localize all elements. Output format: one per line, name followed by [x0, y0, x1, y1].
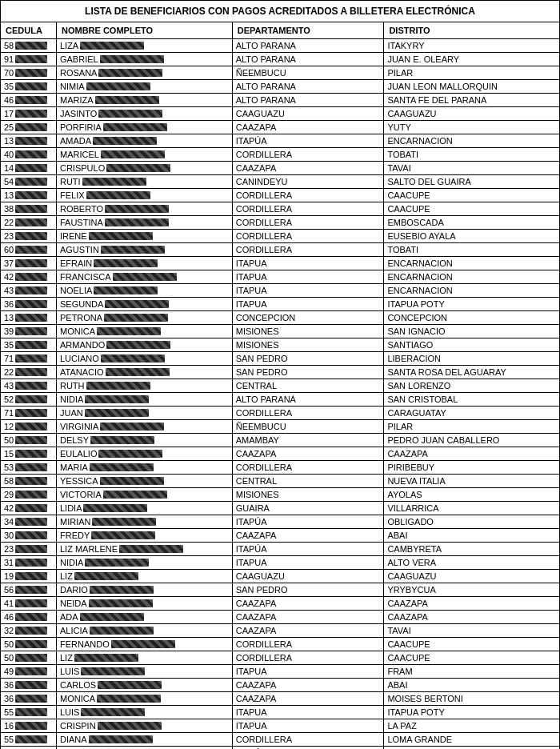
cell-distrito: ABAI — [384, 679, 560, 692]
redacted-nombre — [94, 259, 158, 267]
cell-nombre: DARIO — [56, 583, 232, 597]
cell-departamento: ITAPUA — [232, 257, 384, 270]
table-row: 13PETRONACONCEPCIONCONCEPCION — [1, 311, 560, 325]
redacted-cedula — [15, 150, 47, 158]
cell-departamento: CORDILLERA — [232, 407, 384, 420]
cell-departamento: ALTO PARANÁ — [232, 393, 384, 407]
redacted-nombre — [90, 436, 154, 444]
redacted-cedula — [15, 300, 47, 308]
cell-cedula: 38 — [1, 202, 57, 216]
cell-nombre: MIRIAN — [56, 515, 232, 529]
cell-departamento: ITAPÚA — [232, 747, 384, 750]
cell-nombre: RUTH — [56, 379, 232, 393]
cell-distrito: ENCARNACION — [384, 747, 560, 750]
redacted-cedula — [15, 518, 47, 526]
redacted-cedula — [15, 654, 47, 662]
cell-cedula: 60 — [1, 243, 57, 257]
cell-departamento: ITAPUA — [232, 556, 384, 570]
table-row: 36MONICACAAZAPAMOISES BERTONI — [1, 692, 560, 706]
redacted-cedula — [15, 599, 47, 607]
cell-nombre: FREDY — [56, 529, 232, 543]
redacted-cedula — [15, 586, 47, 594]
redacted-cedula — [15, 531, 47, 539]
table-row: 32ALICIACAAZAPATAVAI — [1, 624, 560, 638]
cell-nombre: IRENE — [56, 230, 232, 243]
cell-cedula: 16 — [1, 719, 57, 733]
cell-cedula: 42 — [1, 502, 57, 515]
redacted-cedula — [15, 545, 47, 553]
table-row: 12VIRGINIAÑEEMBUCUPILAR — [1, 420, 560, 434]
table-row: 50LIZCORDILLERACAACUPE — [1, 651, 560, 665]
redacted-nombre — [85, 395, 149, 403]
table-row: 71JUANCORDILLERACARAGUATAY — [1, 407, 560, 420]
cell-cedula: 32 — [1, 624, 57, 638]
redacted-nombre — [90, 586, 154, 594]
redacted-cedula — [15, 205, 47, 213]
table-row: 39MONICAMISIONESSAN IGNACIO — [1, 325, 560, 338]
cell-distrito: EUSEBIO AYALA — [384, 230, 560, 243]
redacted-nombre — [74, 572, 138, 580]
redacted-cedula — [15, 55, 47, 63]
cell-cedula: 71 — [1, 352, 57, 366]
cell-cedula: 52 — [1, 393, 57, 407]
table-row: 18MIGUELAITAPÚAENCARNACION — [1, 747, 560, 750]
cell-distrito: NUEVA ITALIA — [384, 475, 560, 488]
redacted-cedula — [15, 640, 47, 648]
cell-nombre: LUCIANO — [56, 352, 232, 366]
redacted-nombre — [105, 205, 169, 213]
cell-distrito: CAMBYRETA — [384, 543, 560, 556]
table-row: 22FAUSTINACORDILLERAEMBOSCADA — [1, 216, 560, 230]
redacted-cedula — [15, 681, 47, 689]
cell-cedula: 29 — [1, 488, 57, 502]
cell-distrito: ENCARNACION — [384, 257, 560, 270]
table-row: 52NIDIAALTO PARANÁSAN CRISTOBAL — [1, 393, 560, 407]
redacted-nombre — [89, 599, 153, 607]
table-row: 43NOELIAITAPUAENCARNACION — [1, 284, 560, 298]
cell-departamento: ALTO PARANA — [232, 53, 384, 66]
redacted-nombre — [80, 613, 144, 621]
cell-cedula: 30 — [1, 529, 57, 543]
redacted-cedula — [15, 82, 47, 90]
cell-distrito: YRYBYCUA — [384, 583, 560, 597]
cell-nombre: ROBERTO — [56, 202, 232, 216]
cell-distrito: ITAPUA POTY — [384, 298, 560, 311]
table-row: 91GABRIELALTO PARANAJUAN E. OLEARY — [1, 53, 560, 66]
cell-cedula: 41 — [1, 597, 57, 611]
cell-distrito: TOBATI — [384, 243, 560, 257]
table-row: 17JASINTOCAAGUAZUCAAGUAZU — [1, 107, 560, 121]
cell-nombre: ATANACIO — [56, 366, 232, 379]
table-row: 53MARIACORDILLERAPIRIBEBUY — [1, 461, 560, 475]
cell-distrito: CAACUPE — [384, 651, 560, 665]
cell-cedula: 54 — [1, 175, 57, 189]
redacted-cedula — [15, 191, 47, 199]
cell-cedula: 13 — [1, 134, 57, 148]
cell-nombre: MARIA — [56, 461, 232, 475]
table-row: 38ROBERTOCORDILLERACAACUPE — [1, 202, 560, 216]
table-row: 30FREDYCAAZAPAABAI — [1, 529, 560, 543]
cell-departamento: ALTO PARANA — [232, 94, 384, 107]
cell-nombre: FAUSTINA — [56, 216, 232, 230]
cell-nombre: PORFIRIA — [56, 121, 232, 134]
redacted-nombre — [92, 518, 156, 526]
cell-departamento: ITAPUA — [232, 706, 384, 719]
cell-distrito: LA PAZ — [384, 719, 560, 733]
cell-departamento: ALTO PARANA — [232, 80, 384, 94]
cell-cedula: 71 — [1, 407, 57, 420]
redacted-cedula — [15, 491, 47, 499]
cell-distrito: CAAZAPA — [384, 597, 560, 611]
cell-distrito: ALTO VERA — [384, 556, 560, 570]
cell-nombre: ADA — [56, 611, 232, 624]
table-row: 71LUCIANOSAN PEDROLIBERACION — [1, 352, 560, 366]
cell-nombre: FELIX — [56, 189, 232, 202]
redacted-nombre — [94, 286, 158, 294]
cell-distrito: CAACUPE — [384, 638, 560, 651]
cell-distrito: SANTIAGO — [384, 338, 560, 352]
redacted-cedula — [15, 436, 47, 444]
cell-cedula: 18 — [1, 747, 57, 750]
cell-nombre: ALICIA — [56, 624, 232, 638]
cell-distrito: CARAGUATAY — [384, 407, 560, 420]
cell-distrito: SALTO DEL GUAIRA — [384, 175, 560, 189]
cell-departamento: ITAPÚA — [232, 134, 384, 148]
cell-departamento: CORDILLERA — [232, 216, 384, 230]
cell-cedula: 55 — [1, 733, 57, 747]
